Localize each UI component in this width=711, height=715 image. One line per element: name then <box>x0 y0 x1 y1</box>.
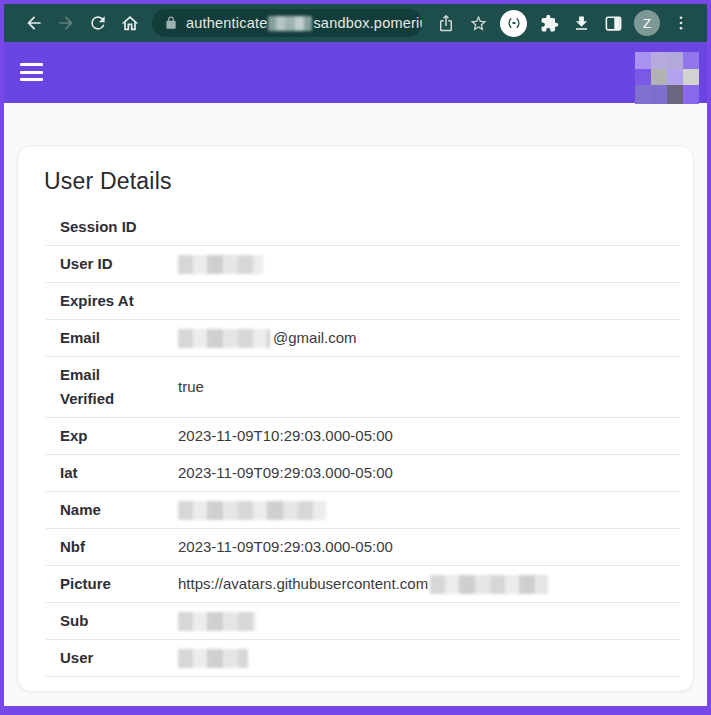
row-value: @gmail.com <box>142 320 679 357</box>
table-row: Name <box>46 492 679 529</box>
url-prefix: authenticate <box>186 15 267 31</box>
row-value-text: https://avatars.githubusercontent.com <box>178 575 428 592</box>
share-icon[interactable] <box>436 13 456 33</box>
profile-avatar[interactable]: Z <box>634 10 660 36</box>
redacted-value <box>178 649 248 668</box>
row-value <box>142 246 679 283</box>
row-label: Expires At <box>46 283 142 320</box>
row-value-text: 2023-11-09T09:29:03.000-05:00 <box>178 538 393 555</box>
profile-initial: Z <box>643 16 651 31</box>
table-row: Iat 2023-11-09T09:29:03.000-05:00 <box>46 455 679 492</box>
row-value <box>142 283 679 320</box>
row-value: 2023-11-09T09:29:03.000-05:00 <box>142 529 679 566</box>
row-label: Session ID <box>46 209 142 246</box>
app-logo-redacted <box>635 52 699 104</box>
row-value <box>142 603 679 640</box>
table-row: Sub <box>46 603 679 640</box>
table-row: Email @gmail.com <box>46 320 679 357</box>
row-label: Nbf <box>46 529 142 566</box>
user-details-card: User Details Session ID User ID Expires … <box>17 145 694 692</box>
table-row: Exp 2023-11-09T10:29:03.000-05:00 <box>46 418 679 455</box>
side-panel-icon[interactable] <box>603 13 623 33</box>
home-icon[interactable] <box>120 13 140 33</box>
row-label: User <box>46 640 142 677</box>
extension-badge-icon[interactable] <box>500 10 527 37</box>
row-value <box>142 640 679 677</box>
page-body: User Details Session ID User ID Expires … <box>4 103 707 706</box>
row-value: 2023-11-09T10:29:03.000-05:00 <box>142 418 679 455</box>
redacted-value <box>430 575 548 594</box>
row-label: Email <box>46 320 142 357</box>
app-header <box>4 42 707 103</box>
page-title: User Details <box>44 168 693 195</box>
redacted-value <box>178 255 263 274</box>
redacted-value <box>178 612 256 631</box>
row-value-text: 2023-11-09T09:29:03.000-05:00 <box>178 464 393 481</box>
browser-toolbar: authenticatesandbox.pomerium.io... <box>4 4 707 42</box>
forward-arrow-icon[interactable] <box>56 13 76 33</box>
table-row: User <box>46 640 679 677</box>
lock-icon <box>164 16 178 30</box>
url-text: authenticatesandbox.pomerium.io... <box>186 15 422 31</box>
user-details-table: Session ID User ID Expires At Email <box>46 209 679 677</box>
row-value <box>142 492 679 529</box>
row-label: Sub <box>46 603 142 640</box>
table-row: User ID <box>46 246 679 283</box>
table-row: Session ID <box>46 209 679 246</box>
row-value-text: 2023-11-09T10:29:03.000-05:00 <box>178 427 393 444</box>
download-icon[interactable] <box>571 13 591 33</box>
row-value-text: true <box>178 378 204 395</box>
table-row: Picture https://avatars.githubuserconten… <box>46 566 679 603</box>
row-value-text: @gmail.com <box>273 329 357 346</box>
row-label: Iat <box>46 455 142 492</box>
row-value: true <box>142 357 679 418</box>
row-value <box>142 209 679 246</box>
table-row: Expires At <box>46 283 679 320</box>
row-value: https://avatars.githubusercontent.com <box>142 566 679 603</box>
row-label: Picture <box>46 566 142 603</box>
row-label: Email Verified <box>46 357 142 418</box>
address-bar[interactable]: authenticatesandbox.pomerium.io... <box>152 9 422 37</box>
extensions-puzzle-icon[interactable] <box>539 13 559 33</box>
row-label: Exp <box>46 418 142 455</box>
reload-icon[interactable] <box>88 13 108 33</box>
row-label: Name <box>46 492 142 529</box>
redacted-value <box>178 329 270 348</box>
table-row: Email Verified true <box>46 357 679 418</box>
window-frame: authenticatesandbox.pomerium.io... <box>0 0 711 715</box>
hamburger-menu-icon[interactable] <box>20 63 43 81</box>
kebab-menu-icon[interactable] <box>671 13 691 33</box>
redacted-value <box>178 501 326 520</box>
table-row: Nbf 2023-11-09T09:29:03.000-05:00 <box>46 529 679 566</box>
back-arrow-icon[interactable] <box>24 13 44 33</box>
row-label: User ID <box>46 246 142 283</box>
row-value: 2023-11-09T09:29:03.000-05:00 <box>142 455 679 492</box>
url-redacted-segment <box>268 16 312 31</box>
url-suffix: sandbox.pomerium.io... <box>313 15 422 31</box>
toolbar-extensions-area: Z <box>494 10 697 37</box>
bookmark-star-icon[interactable] <box>468 13 488 33</box>
